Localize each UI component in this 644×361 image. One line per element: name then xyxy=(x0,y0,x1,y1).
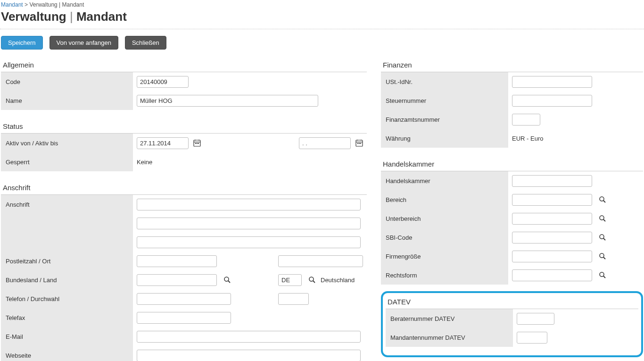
sbi-input[interactable] xyxy=(512,232,592,243)
svg-point-20 xyxy=(600,216,604,220)
svg-point-16 xyxy=(309,277,314,281)
label-steuernummer: Steuernummer xyxy=(381,91,508,110)
svg-point-14 xyxy=(224,277,229,281)
svg-rect-11 xyxy=(360,143,361,144)
code-input[interactable] xyxy=(137,76,189,88)
section-finanzen: Finanzen xyxy=(381,58,643,72)
bereich-input[interactable] xyxy=(512,194,592,206)
page-title-part2: Mandant xyxy=(76,9,127,24)
breadcrumb-current: Verwaltung | Mandant xyxy=(29,1,84,8)
svg-rect-9 xyxy=(357,143,358,144)
page-title-part1: Verwaltung xyxy=(1,9,66,24)
label-name: Name xyxy=(1,91,133,110)
anschrift-input-2[interactable] xyxy=(137,218,361,229)
label-aktiv: Aktiv von / Aktiv bis xyxy=(1,134,133,152)
bundesland-input[interactable] xyxy=(137,274,217,286)
label-firmengroesse: Firmengröße xyxy=(381,247,508,266)
ustid-input[interactable] xyxy=(512,76,592,88)
label-plzort: Postleitzahl / Ort xyxy=(1,252,133,270)
label-sbi: SBI-Code xyxy=(381,228,508,247)
search-icon[interactable] xyxy=(599,196,606,203)
svg-rect-2 xyxy=(195,143,196,144)
search-icon[interactable] xyxy=(308,276,316,284)
gesperrt-value: Keine xyxy=(137,159,152,166)
section-handelskammer: Handelskammer xyxy=(381,157,643,171)
section-anschrift: Anschrift xyxy=(1,181,367,195)
search-icon[interactable] xyxy=(599,271,606,279)
label-berater: Beraternummer DATEV xyxy=(386,309,513,328)
search-icon[interactable] xyxy=(223,276,231,284)
plz-input[interactable] xyxy=(137,255,217,267)
breadcrumb-separator: > xyxy=(25,1,29,8)
label-mandantennr: Mandantennummer DATEV xyxy=(386,328,513,347)
unterbereich-input[interactable] xyxy=(512,213,592,225)
label-code: Code xyxy=(1,72,133,91)
svg-point-26 xyxy=(600,272,604,277)
aktiv-von-input[interactable] xyxy=(137,137,189,149)
label-telefax: Telefax xyxy=(1,308,133,327)
breadcrumb-root-link[interactable]: Mandant xyxy=(1,1,23,8)
label-gesperrt: Gesperrt xyxy=(1,152,133,171)
restart-button[interactable]: Von vorne anfangen xyxy=(50,36,118,50)
rechtsform-input[interactable] xyxy=(512,269,592,281)
svg-rect-3 xyxy=(197,143,198,144)
waehrung-value: EUR - Euro xyxy=(512,135,543,142)
svg-line-27 xyxy=(603,276,605,278)
datev-highlight-box: DATEV Beraternummer DATEV Mandantennumme… xyxy=(381,291,643,357)
name-input[interactable] xyxy=(137,95,318,107)
anschrift-input-1[interactable] xyxy=(137,199,361,210)
label-bereich: Bereich xyxy=(381,190,508,209)
label-waehrung: Währung xyxy=(381,129,508,148)
section-allgemein: Allgemein xyxy=(1,58,367,72)
svg-line-21 xyxy=(603,219,605,221)
page-title-divider: | xyxy=(70,9,76,24)
calendar-icon[interactable] xyxy=(355,139,363,147)
svg-line-19 xyxy=(603,201,605,202)
calendar-icon[interactable] xyxy=(193,139,201,147)
label-rechtsform: Rechtsform xyxy=(381,266,508,285)
save-button[interactable]: Speichern xyxy=(1,36,43,50)
toolbar: Speichern Von vorne anfangen Schließen xyxy=(0,29,644,56)
label-webseite: Webseite xyxy=(1,346,133,361)
label-anschrift: Anschrift xyxy=(1,195,133,214)
telefon-input[interactable] xyxy=(137,293,231,305)
firmengroesse-input[interactable] xyxy=(512,251,592,262)
ort-input[interactable] xyxy=(278,255,363,267)
email-input[interactable] xyxy=(137,331,361,343)
search-icon[interactable] xyxy=(599,252,606,260)
svg-point-24 xyxy=(600,253,604,258)
label-filler xyxy=(1,214,133,233)
aktiv-bis-input[interactable] xyxy=(299,137,351,149)
anschrift-input-3[interactable] xyxy=(137,236,361,248)
label-email: E-Mail xyxy=(1,327,133,346)
finanzamt-input[interactable] xyxy=(512,114,540,126)
steuernummer-input[interactable] xyxy=(512,95,592,107)
svg-line-15 xyxy=(228,281,230,283)
label-unterbereich: Unterbereich xyxy=(381,209,508,228)
land-code-input[interactable] xyxy=(278,274,302,286)
durchwahl-input[interactable] xyxy=(278,293,309,305)
label-telefon: Telefon / Durchwahl xyxy=(1,289,133,308)
section-status: Status xyxy=(1,119,367,134)
label-finanzamt: Finanzamtsnummer xyxy=(381,110,508,129)
handelskammer-input[interactable] xyxy=(512,175,592,187)
search-icon[interactable] xyxy=(599,215,606,222)
svg-line-17 xyxy=(313,281,315,283)
page-title: Verwaltung | Mandant xyxy=(0,9,644,29)
beraternummer-input[interactable] xyxy=(517,313,554,325)
search-icon[interactable] xyxy=(599,234,606,241)
section-datev: DATEV xyxy=(386,295,638,309)
svg-line-25 xyxy=(603,257,605,259)
svg-rect-4 xyxy=(198,143,199,144)
breadcrumb: Mandant > Verwaltung | Mandant xyxy=(0,0,644,9)
label-filler xyxy=(1,233,133,252)
land-name: Deutschland xyxy=(321,277,355,284)
close-button[interactable]: Schließen xyxy=(125,36,166,50)
telefax-input[interactable] xyxy=(137,312,231,324)
webseite-input[interactable] xyxy=(137,350,361,361)
mandantennummer-input[interactable] xyxy=(517,332,547,344)
label-bundesland: Bundesland / Land xyxy=(1,270,133,289)
svg-rect-10 xyxy=(359,143,360,144)
svg-line-23 xyxy=(603,238,605,240)
label-handelskammer: Handelskammer xyxy=(381,171,508,190)
